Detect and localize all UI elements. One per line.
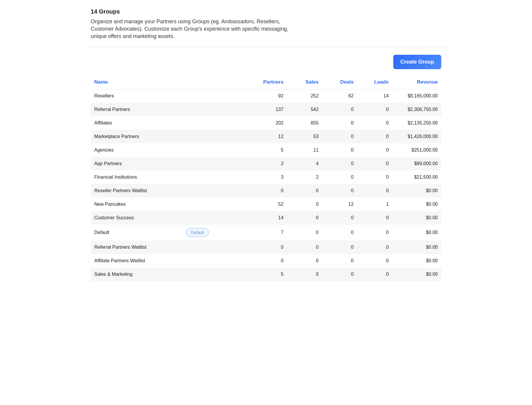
- cell-name: Sales & Marketing: [91, 268, 252, 281]
- cell-sales: 0: [287, 225, 322, 240]
- group-name-label: Referral Partners: [94, 107, 130, 112]
- cell-partners: 137: [252, 103, 287, 116]
- cell-name: Marketplace Partners: [91, 130, 252, 143]
- cell-revenue: $2,135,250.00: [392, 116, 441, 130]
- table-row[interactable]: Sales & Marketing5000$0.00: [91, 268, 441, 281]
- cell-sales: 11: [287, 143, 322, 157]
- groups-table: Name Partners Sales Deals Leads Revenue …: [91, 75, 441, 281]
- cell-deals: 0: [322, 240, 357, 254]
- table-row[interactable]: Referral Partners Waitlist0000$0.00: [91, 240, 441, 254]
- table-row[interactable]: Marketplace Partners125300$1,426,000.00: [91, 130, 441, 143]
- cell-partners: 0: [252, 240, 287, 254]
- cell-name: New Pancakes: [91, 197, 252, 211]
- group-name-label: Reseller Partners Waitlist: [94, 188, 147, 193]
- table-row[interactable]: Affiliates20265500$2,135,250.00: [91, 116, 441, 130]
- group-name-label: Customer Success: [94, 215, 134, 220]
- cell-name: Affiliate Partners Waitlist: [91, 254, 252, 268]
- cell-leads: 0: [357, 254, 392, 268]
- group-name-label: Sales & Marketing: [94, 272, 133, 277]
- cell-revenue: $89,000.00: [392, 157, 441, 170]
- page-header: 14 Groups Organize and manage your Partn…: [82, 0, 450, 48]
- table-row[interactable]: Customer Success14000$0.00: [91, 211, 441, 225]
- cell-name: Referral Partners Waitlist: [91, 240, 252, 254]
- cell-partners: 14: [252, 211, 287, 225]
- cell-leads: 0: [357, 103, 392, 116]
- cell-revenue: $251,000.00: [392, 143, 441, 157]
- cell-leads: 0: [357, 116, 392, 130]
- cell-name: Resellers: [91, 89, 252, 103]
- group-name-label: Referral Partners Waitlist: [94, 245, 146, 250]
- cell-leads: 0: [357, 170, 392, 184]
- cell-deals: 0: [322, 116, 357, 130]
- cell-deals: 0: [322, 103, 357, 116]
- group-name-label: App Partners: [94, 161, 122, 166]
- cell-name: Financial Institutions: [91, 170, 252, 184]
- cell-deals: 0: [322, 254, 357, 268]
- cell-sales: 0: [287, 240, 322, 254]
- cell-partners: 202: [252, 116, 287, 130]
- cell-partners: 3: [252, 170, 287, 184]
- column-header-name[interactable]: Name: [91, 75, 252, 89]
- group-name-label: Financial Institutions: [94, 175, 137, 180]
- cell-partners: 12: [252, 130, 287, 143]
- cell-revenue: $0.00: [392, 184, 441, 197]
- cell-sales: 0: [287, 184, 322, 197]
- table-row[interactable]: Reseller Partners Waitlist0000$0.00: [91, 184, 441, 197]
- group-name-label: New Pancakes: [94, 202, 126, 207]
- table-header-row: Name Partners Sales Deals Leads Revenue: [91, 75, 441, 89]
- cell-leads: 0: [357, 157, 392, 170]
- cell-partners: 5: [252, 143, 287, 157]
- cell-sales: 252: [287, 89, 322, 103]
- cell-partners: 7: [252, 225, 287, 240]
- cell-deals: 0: [322, 184, 357, 197]
- cell-leads: 0: [357, 240, 392, 254]
- cell-name: Affiliates: [91, 116, 252, 130]
- group-name-label: Affiliates: [94, 120, 112, 126]
- column-header-partners[interactable]: Partners: [252, 75, 287, 89]
- table-row[interactable]: Financial Institutions3200$21,500.00: [91, 170, 441, 184]
- column-header-deals[interactable]: Deals: [322, 75, 357, 89]
- group-name-label: Marketplace Partners: [94, 134, 139, 139]
- cell-leads: 0: [357, 143, 392, 157]
- column-header-revenue[interactable]: Revenue: [392, 75, 441, 89]
- column-header-leads[interactable]: Leads: [357, 75, 392, 89]
- cell-revenue: $0.00: [392, 268, 441, 281]
- group-name-label: Agencies: [94, 147, 114, 153]
- cell-deals: 0: [322, 211, 357, 225]
- cell-revenue: $0.00: [392, 225, 441, 240]
- table-row[interactable]: Agencies51100$251,000.00: [91, 143, 441, 157]
- cell-sales: 53: [287, 130, 322, 143]
- cell-leads: 1: [357, 197, 392, 211]
- cell-deals: 0: [322, 268, 357, 281]
- table-row[interactable]: Referral Partners13754200$2,306,750.00: [91, 103, 441, 116]
- default-badge: Default: [186, 228, 209, 237]
- cell-partners: 0: [252, 254, 287, 268]
- group-name-label: Affiliate Partners Waitlist: [94, 258, 145, 263]
- cell-leads: 0: [357, 211, 392, 225]
- cell-name: Customer Success: [91, 211, 252, 225]
- table-row[interactable]: DefaultDefault7000$0.00: [91, 225, 441, 240]
- table-row[interactable]: New Pancakes520121$0.00: [91, 197, 441, 211]
- cell-leads: 0: [357, 225, 392, 240]
- table-row[interactable]: Affiliate Partners Waitlist0000$0.00: [91, 254, 441, 268]
- page-title: 14 Groups: [91, 8, 441, 15]
- column-header-sales[interactable]: Sales: [287, 75, 322, 89]
- cell-name: DefaultDefault: [91, 225, 252, 240]
- cell-name: Reseller Partners Waitlist: [91, 184, 252, 197]
- cell-sales: 0: [287, 211, 322, 225]
- cell-sales: 655: [287, 116, 322, 130]
- cell-deals: 0: [322, 130, 357, 143]
- create-group-button[interactable]: Create Group: [393, 55, 441, 69]
- table-row[interactable]: Resellers922526214$8,165,000.00: [91, 89, 441, 103]
- table-row[interactable]: App Partners2400$89,000.00: [91, 157, 441, 170]
- cell-leads: 0: [357, 268, 392, 281]
- cell-sales: 0: [287, 268, 322, 281]
- cell-deals: 0: [322, 143, 357, 157]
- cell-revenue: $21,500.00: [392, 170, 441, 184]
- cell-sales: 0: [287, 254, 322, 268]
- group-name-label: Resellers: [94, 93, 114, 99]
- cell-partners: 5: [252, 268, 287, 281]
- cell-partners: 52: [252, 197, 287, 211]
- cell-sales: 0: [287, 197, 322, 211]
- cell-revenue: $2,306,750.00: [392, 103, 441, 116]
